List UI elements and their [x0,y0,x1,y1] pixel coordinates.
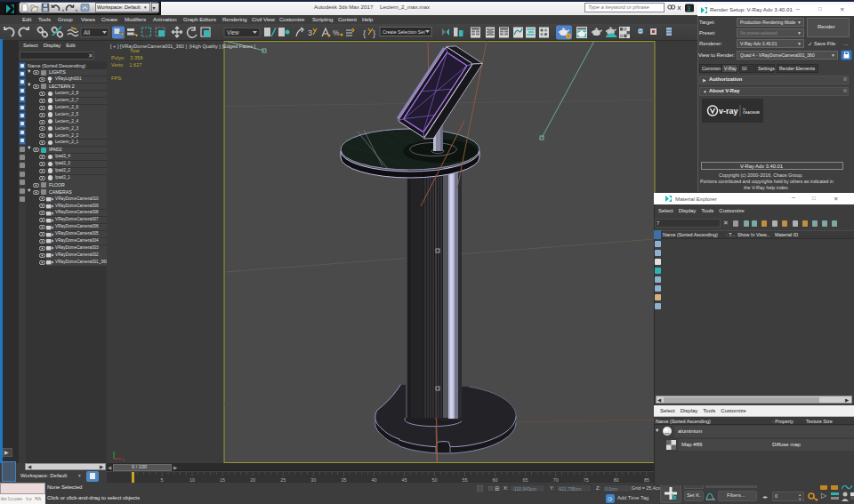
svg-text:30: 30 [310,476,316,482]
svg-text:65: 65 [523,476,528,482]
svg-text:%: % [333,28,340,37]
svg-text:50: 50 [432,476,438,482]
svg-text:by: by [743,108,746,111]
svg-text:}: } [373,28,375,38]
svg-text:x: x [122,457,125,462]
svg-text:40: 40 [371,476,376,482]
svg-text:85: 85 [644,476,649,482]
svg-text:3: 3 [308,28,312,37]
svg-text:60: 60 [493,476,498,482]
svg-text:20: 20 [250,476,255,482]
svg-text:{: { [363,28,366,38]
svg-text:80: 80 [614,476,619,482]
svg-text:75: 75 [584,476,589,482]
svg-text:v-ray: v-ray [719,107,738,116]
svg-text:Verts: 1.627: Verts: 1.627 [111,62,141,68]
svg-text:15: 15 [220,476,225,482]
svg-text:25: 25 [280,476,286,482]
svg-text:35: 35 [341,476,346,482]
svg-text:FPS:: FPS: [111,76,123,81]
svg-text:3: 3 [687,5,690,12]
svg-text:CHAOSGROUP: CHAOSGROUP [743,111,760,115]
svg-text:All: All [84,29,90,36]
svg-text:Polys: 3.358: Polys: 3.358 [111,55,142,60]
svg-text:Create Selection Set: Create Selection Set [383,29,425,35]
svg-text:5: 5 [161,476,164,482]
svg-text:55: 55 [463,476,468,482]
svg-text:View: View [227,29,239,36]
svg-text:70: 70 [553,476,559,482]
svg-text:10: 10 [189,476,195,482]
svg-text:45: 45 [401,476,407,482]
svg-text:Total: Total [130,48,140,53]
